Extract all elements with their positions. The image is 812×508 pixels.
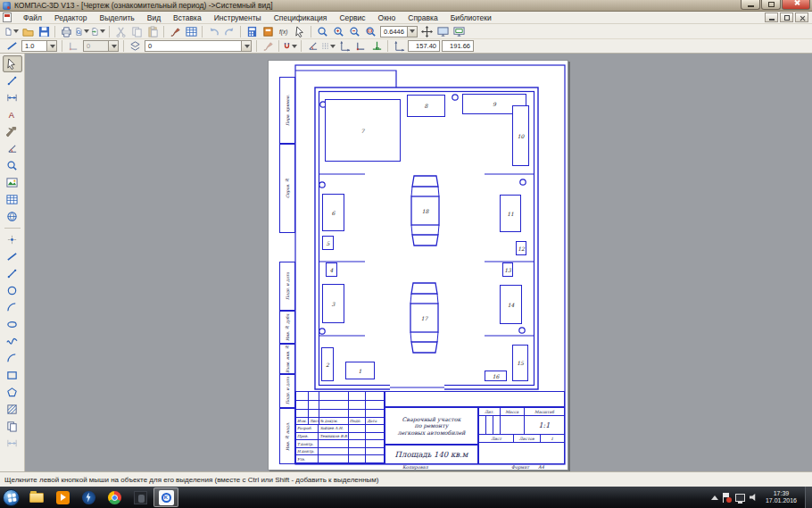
multiline-tool-button[interactable] [3,418,22,435]
show-all-button[interactable] [452,25,468,38]
ortho-mode-button[interactable] [369,39,385,53]
zoom-in-button[interactable] [330,25,346,38]
taskbar-daemon-tools[interactable] [76,487,101,507]
refresh-view-button[interactable] [435,25,452,38]
window-titlebar[interactable]: КОМПАС-3D V13 - [Чертеж (ознакомительный… [0,0,812,12]
reports-panel-button[interactable] [3,208,22,225]
zoom-combo[interactable]: 0.6446 [380,26,418,37]
taskbar-clock[interactable]: 17:39 17.01.2016 [766,490,797,505]
copy-properties-button[interactable] [167,25,183,38]
network-icon[interactable] [735,494,745,502]
pan-button[interactable] [419,25,435,38]
action-center-icon[interactable] [723,493,731,503]
open-button[interactable] [20,25,36,38]
zoom-out-button[interactable] [346,25,362,38]
minimize-button[interactable] [741,0,760,10]
zoom-combo-arrow[interactable] [407,27,417,37]
cursor-x-field[interactable]: 157.40 [408,40,440,52]
step-combo[interactable]: 0 [83,40,119,52]
spec-panel-button[interactable] [3,191,22,208]
rectangle-tool-button[interactable] [3,367,22,384]
zoom-rect-button[interactable] [314,25,330,38]
select-tool-button[interactable] [3,55,22,72]
specification-button[interactable] [183,25,199,38]
variables-button[interactable] [244,25,260,38]
menu-help[interactable]: Справка [402,12,443,24]
cut-button[interactable] [112,25,128,38]
dimensions-panel-button[interactable] [3,89,22,106]
preview-button[interactable] [74,25,90,38]
geometry-panel-button[interactable] [3,72,22,89]
drawing-canvas[interactable]: Перв. примен.Справ. №Подп. и датаИнв. № … [25,54,812,471]
continuous-input-button[interactable] [3,435,22,452]
fx-button[interactable]: f(x) [276,25,292,38]
menu-service[interactable]: Сервис [333,12,371,24]
menu-select[interactable]: Выделить [94,12,141,24]
child-close-button[interactable] [795,12,808,22]
child-restore-button[interactable] [780,12,793,22]
document-system-icon[interactable] [3,12,12,22]
new-document-button[interactable] [4,25,20,38]
child-minimize-button[interactable] [765,12,778,22]
tray-expand-icon[interactable] [711,496,718,500]
context-help-button[interactable] [292,25,308,38]
restore-button[interactable] [761,0,781,10]
menu-file[interactable]: Файл [17,12,48,24]
bezier-tool-button[interactable] [3,350,22,367]
menu-window[interactable]: Окно [372,12,402,24]
library-manager-button[interactable] [260,25,276,38]
round-off-button[interactable] [352,39,369,53]
measure-panel-button[interactable] [3,157,22,174]
layer-combo[interactable]: 0 [145,40,252,52]
grid-button[interactable] [320,39,336,53]
show-desktop-button[interactable] [805,487,812,508]
line-style-combo[interactable]: 1.0 [21,40,57,52]
polygon-tool-button[interactable] [3,384,22,401]
copy-mode-button[interactable] [260,39,276,53]
paste-button[interactable] [145,25,161,38]
taskbar-kompas[interactable]: K [153,487,178,507]
circle-tool-button[interactable] [3,282,22,299]
line-style-combo-arrow[interactable] [46,41,56,51]
volume-icon[interactable] [750,494,758,502]
step-icon[interactable] [65,39,81,53]
copy-button[interactable] [128,25,145,38]
aux-line-tool-button[interactable] [3,248,22,265]
parametrization-panel-button[interactable] [3,140,22,157]
taskbar-chrome[interactable] [102,487,127,507]
cursor-y-field[interactable]: 191.66 [442,40,474,52]
undo-button[interactable] [205,25,221,38]
angle-snap-button[interactable] [304,39,320,53]
local-csys-button[interactable] [336,39,352,53]
raster-panel-button[interactable] [3,174,22,191]
taskbar-game[interactable] [128,487,153,507]
zoom-selected-button[interactable] [362,25,378,38]
snap-settings-button[interactable] [282,39,298,53]
menu-tools[interactable]: Инструменты [208,12,268,24]
point-tool-button[interactable] [3,231,22,248]
ellipse-tool-button[interactable] [3,316,22,333]
import-button[interactable] [90,25,106,38]
menu-libraries[interactable]: Библиотеки [444,12,498,24]
drawing-sheet[interactable]: Перв. примен.Справ. №Подп. и датаИнв. № … [268,60,568,471]
taskbar-media-player[interactable] [50,487,75,507]
menu-view[interactable]: Вид [141,12,167,24]
layers-icon[interactable] [127,39,143,53]
layer-combo-arrow[interactable] [241,41,251,51]
close-button[interactable] [782,0,810,10]
editing-panel-button[interactable] [3,123,22,140]
save-button[interactable] [36,25,52,38]
spline-tool-button[interactable] [3,333,22,350]
taskbar-explorer[interactable] [24,487,49,507]
hatch-tool-button[interactable] [3,401,22,418]
menu-specification[interactable]: Спецификация [268,12,334,24]
menu-editor[interactable]: Редактор [48,12,94,24]
arc-tool-button[interactable] [3,299,22,316]
start-button[interactable] [3,489,20,506]
menu-insert[interactable]: Вставка [167,12,208,24]
line-style-icon[interactable] [4,39,20,53]
print-button[interactable] [58,25,74,38]
step-combo-arrow[interactable] [108,41,118,51]
annotations-panel-button[interactable]: A [3,106,22,123]
segment-tool-button[interactable] [3,265,22,282]
